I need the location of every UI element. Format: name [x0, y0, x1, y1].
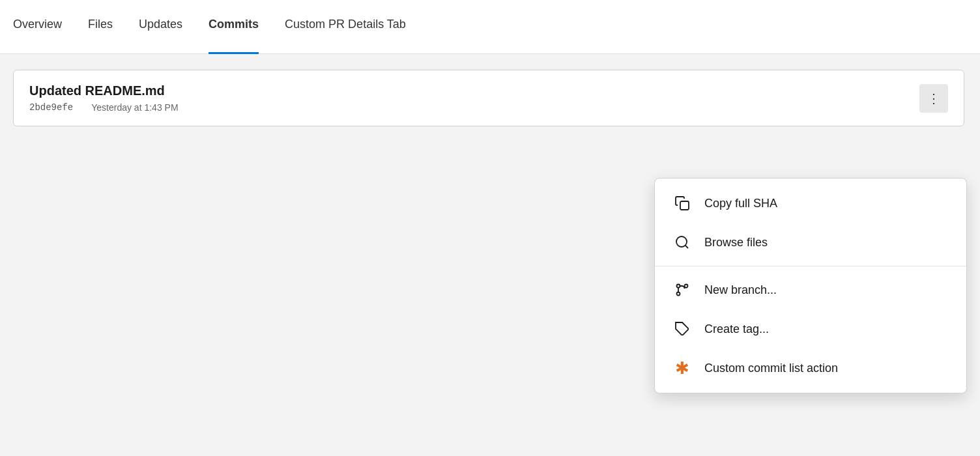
- svg-point-1: [676, 236, 687, 247]
- search-icon: [673, 233, 691, 251]
- tab-overview[interactable]: Overview: [13, 0, 62, 54]
- commit-sha: 2bde9efe: [29, 102, 73, 113]
- commit-info: Updated README.md 2bde9efe Yesterday at …: [29, 83, 179, 113]
- commit-title: Updated README.md: [29, 83, 179, 98]
- tab-updates-label: Updates: [139, 18, 182, 31]
- commit-timestamp: Yesterday at 1:43 PM: [91, 102, 178, 113]
- menu-divider: [655, 266, 966, 266]
- menu-item-new-branch[interactable]: New branch...: [655, 270, 966, 309]
- more-options-button[interactable]: ⋮: [919, 84, 948, 113]
- tab-commits[interactable]: Commits: [209, 0, 259, 54]
- menu-item-browse-files-label: Browse files: [704, 236, 768, 249]
- star-icon: ✱: [673, 359, 691, 377]
- menu-item-custom-action-label: Custom commit list action: [704, 362, 838, 375]
- menu-item-browse-files[interactable]: Browse files: [655, 223, 966, 262]
- tab-custom-pr-label: Custom PR Details Tab: [285, 18, 406, 31]
- commit-meta: 2bde9efe Yesterday at 1:43 PM: [29, 102, 179, 113]
- tab-commits-label: Commits: [209, 18, 259, 31]
- commit-card: Updated README.md 2bde9efe Yesterday at …: [13, 70, 964, 126]
- svg-point-5: [677, 292, 680, 296]
- nav-tabs: Overview Files Updates Commits Custom PR…: [0, 0, 980, 54]
- tab-custom-pr[interactable]: Custom PR Details Tab: [285, 0, 406, 54]
- svg-rect-0: [680, 201, 689, 210]
- copy-icon: [673, 194, 691, 212]
- tab-updates[interactable]: Updates: [139, 0, 182, 54]
- tab-files-label: Files: [88, 18, 113, 31]
- more-icon: ⋮: [927, 91, 940, 106]
- main-content: Updated README.md 2bde9efe Yesterday at …: [0, 54, 980, 142]
- menu-item-create-tag-label: Create tag...: [704, 322, 769, 336]
- context-menu: Copy full SHA Browse files: [654, 178, 967, 393]
- svg-line-2: [685, 246, 688, 248]
- svg-point-3: [677, 285, 680, 288]
- branch-icon: [673, 281, 691, 299]
- svg-point-4: [685, 285, 688, 288]
- menu-item-custom-action[interactable]: ✱ Custom commit list action: [655, 349, 966, 388]
- tab-overview-label: Overview: [13, 18, 62, 31]
- tab-files[interactable]: Files: [88, 0, 113, 54]
- menu-item-copy-sha-label: Copy full SHA: [704, 197, 777, 210]
- tag-icon: [673, 320, 691, 338]
- menu-item-create-tag[interactable]: Create tag...: [655, 309, 966, 349]
- menu-item-copy-sha[interactable]: Copy full SHA: [655, 184, 966, 223]
- menu-item-new-branch-label: New branch...: [704, 283, 777, 297]
